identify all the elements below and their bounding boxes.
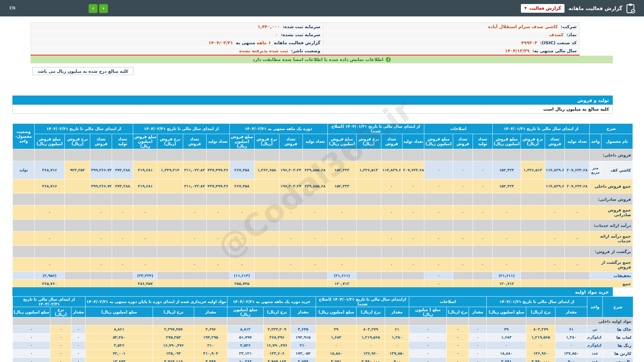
column-header: نرخ فروش (ریال) (521, 134, 545, 149)
table-cell (545, 193, 565, 205)
value-cell: ۴۷۳,۲۸۸ (112, 179, 133, 193)
value-cell (565, 280, 589, 288)
value-cell: ۱۳۳,۶۰۶ (264, 350, 290, 358)
value-cell: (۳۳,۲۲۴) (133, 272, 157, 280)
value-cell: ۰ (303, 232, 327, 246)
row-label: مواد اولیه داخلی (587, 317, 633, 325)
value-cell: ۰ (50, 334, 71, 342)
value-cell (453, 280, 473, 288)
value-cell (65, 232, 90, 246)
value-cell: ۳,۹۶۷,۱۱۵ (153, 358, 194, 362)
value-cell: ۲۰۷,۶۴۳.۶۸ (402, 161, 424, 179)
info-label: وضعیت ناشر: (291, 48, 320, 53)
value-cell: ۳,۴۹۷ (194, 358, 227, 362)
value-cell: ۰ (526, 342, 555, 350)
value-cell: ۲۵۵,۷۴۵ (229, 280, 254, 288)
table-cell (279, 220, 303, 232)
row-label: فروش داخلي: (589, 149, 633, 161)
info-row: سال مالی منتهی به: ۱۴۰۴/۱۲/۲۹ وضعیت ناشر… (31, 47, 580, 55)
value-cell: ۰ (50, 325, 71, 334)
value-cell: ۴۳۷,۴۹۹.۳۶ (206, 179, 229, 193)
column-header: مبلغ (میلیون ریال) (13, 307, 50, 317)
value-cell: ۰ (555, 342, 587, 350)
value-cell: ۱,۳۲۶,۵۱۳ (521, 161, 545, 179)
table-cell (13, 193, 35, 205)
value-cell: ۱۸,۸۸۰ (316, 350, 357, 358)
table-row: کاشي کفمتر مربع۲۰۷,۶۴۳.۶۸۱۱۴,۸۲۹.۶۱,۳۲۶,… (13, 161, 633, 179)
value-cell: ۳,۵۲۶ (227, 342, 264, 350)
column-header: از ابتدای سال مالی تا تاریخ ۱۴۰۳/۰۲/۳۱ (35, 124, 133, 134)
column-header: مقدار (290, 307, 316, 317)
report-type-dropdown[interactable]: گزارش فعالیت ▼ (521, 4, 565, 13)
next-report-button[interactable]: › (99, 4, 108, 13)
column-header: اصلاحات (409, 297, 487, 307)
language-toggle[interactable]: EN (9, 5, 15, 10)
table-cell (13, 149, 35, 161)
value-cell: ۰ (469, 358, 487, 362)
value-cell: ۰ (303, 258, 327, 272)
info-cell: شرکت: کاشي صدف سرام استقلال آباده (323, 23, 580, 31)
table-cell (90, 220, 112, 232)
table-cell (264, 317, 290, 325)
column-header: تعداد تولید (402, 134, 424, 149)
value-cell: ۱۳۷,۸۵۰ (385, 350, 409, 358)
value-cell (453, 272, 473, 280)
value-cell (356, 280, 381, 288)
table-row: جمع فروش داخلی۲۰۷,۶۴۳.۶۸۱۱۴,۸۲۹.۶۱۵۲,۳۲۳… (13, 179, 633, 193)
table-cell (545, 149, 565, 161)
value-cell: ۰ (473, 179, 492, 193)
value-cell: ۴۱۹,۶۸۱ (133, 161, 157, 179)
value-cell: ۵۱,۷۹۷ (227, 334, 264, 342)
value-cell: ۱۱۴,۸۲۹.۶ (545, 161, 565, 179)
table-cell (487, 317, 526, 325)
value-cell: ۰ (469, 334, 487, 342)
value-cell: ۱,۳۲۶,۵۱۳ (356, 161, 381, 179)
column-header: ازابتدای سال مالی تا تاریخ ۱۴۰۴/۰۱/۳۱ (ا… (316, 297, 409, 307)
table-cell (453, 193, 473, 205)
status-cell: تولید (13, 161, 35, 179)
value-cell: ۰ (545, 258, 565, 272)
table-cell (206, 246, 229, 258)
table-cell (13, 246, 35, 258)
value-cell (521, 179, 545, 193)
table-cell (229, 246, 254, 258)
value-cell: ۰ (112, 258, 133, 272)
value-cell (565, 272, 589, 280)
column-header: مبلغ فروش (میلیون ریال) (35, 134, 65, 149)
value-cell: ۰ (473, 258, 492, 272)
value-cell: ۱۹۴,۲۹۵ (194, 334, 227, 342)
value-cell: ۰ (424, 205, 453, 220)
value-cell (279, 280, 303, 288)
table-cell (473, 246, 492, 258)
value-cell: ۰ (424, 258, 453, 272)
value-cell: ۱۳۵,۰۹۳ (153, 350, 194, 358)
prev-report-button[interactable]: ‹ (89, 4, 98, 13)
value-cell: ۰ (357, 342, 385, 350)
value-cell: ۰ (492, 258, 521, 272)
table-cell (424, 220, 453, 232)
column-header: نرخ فروش (ریال) (254, 134, 279, 149)
value-cell (183, 280, 206, 288)
value-cell (254, 272, 279, 280)
table-cell (279, 246, 303, 258)
table-cell (492, 193, 521, 205)
value-cell: ۰ (565, 258, 589, 272)
table-cell (13, 220, 35, 232)
unit-cell: عدد (587, 350, 603, 358)
value-cell: ۰ (229, 258, 254, 272)
value-cell (206, 272, 229, 280)
value-cell (157, 232, 183, 246)
value-cell (545, 272, 565, 280)
table-cell (453, 149, 473, 161)
value-cell (356, 272, 381, 280)
column-header: تعداد فروش (183, 134, 206, 149)
table-cell (183, 149, 206, 161)
value-cell: ۲,۴۲۴,۲۰۹ (264, 325, 290, 334)
value-cell: ۱۹۶,۲۰۳.۲۴ (279, 161, 303, 179)
value-cell: ۹۲۳,۲۵۲ (65, 161, 90, 179)
table-row: خاک هاتن۶۱۸۰۳,۲۷۹۴۹۰۰۰۶۱۸۰۳,۲۷۹۴۹۳,۶۳۵۲,… (13, 325, 633, 334)
value-cell (521, 272, 545, 280)
table-row: جمع۱۳۰,۷۱۲۰۱۳۰,۷۱۲۲۵۵,۷۴۵۳۸۶,۴۵۷۳۶۵,۷۶۰ (13, 280, 633, 288)
info-label: نماد: (567, 32, 577, 37)
column-header: نرخ فروش (ریال) (65, 134, 90, 149)
